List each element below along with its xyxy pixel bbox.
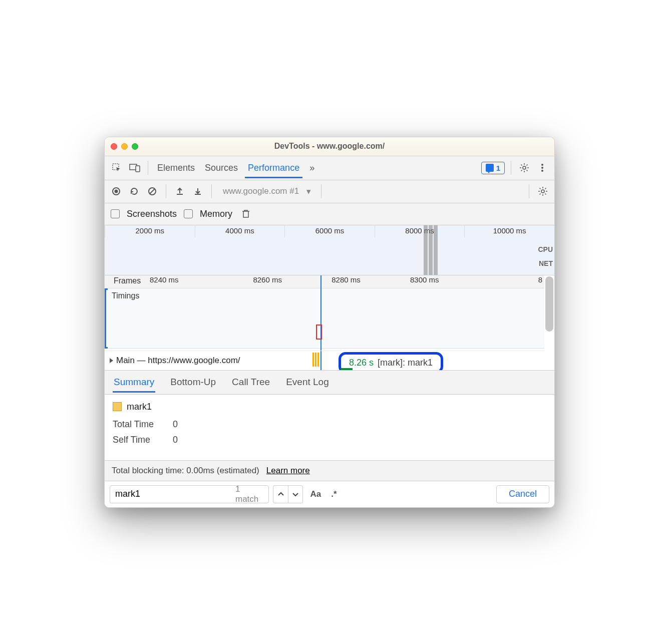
separator [166,184,166,198]
tick: 10000 ms [464,225,554,237]
timing-marker[interactable] [316,325,322,340]
memory-label: Memory [200,209,232,219]
mark-label: [mark]: mark1 [378,358,433,368]
self-time-value: 0 [173,435,178,445]
screenshots-label: Screenshots [127,209,177,219]
trash-icon[interactable] [239,207,252,220]
self-time-label: Self Time [113,435,163,445]
total-time-row: Total Time 0 [113,419,546,430]
console-badge[interactable]: 1 [481,162,505,174]
search-nav [273,485,303,503]
window-title: DevTools - www.google.com/ [111,142,548,151]
maximize-window-button[interactable] [132,143,138,150]
event-swatch [113,402,122,411]
window-controls [111,143,138,150]
case-sensitive-toggle[interactable]: Aa [307,489,324,499]
cpu-label: CPU [538,242,553,256]
close-window-button[interactable] [111,143,117,150]
tick: 8000 ms [375,225,465,237]
timings-lane[interactable]: Timings [105,288,544,349]
tick: 2000 ms [105,225,195,237]
upload-icon[interactable] [173,185,186,198]
regex-toggle[interactable]: .* [328,489,340,499]
tab-performance[interactable]: Performance [245,158,302,178]
tab-call-tree[interactable]: Call Tree [231,372,271,393]
dtick: 8 [464,275,544,288]
record-icon[interactable] [110,185,123,198]
search-input[interactable] [115,489,231,499]
badge-count: 1 [496,164,500,172]
search-box: 1 match [110,485,269,503]
reload-icon[interactable] [128,185,141,198]
clear-icon[interactable] [146,185,159,198]
memory-checkbox[interactable] [184,209,193,218]
capture-settings-gear-icon[interactable] [536,185,549,198]
search-bar: 1 match Aa .* Cancel [105,481,554,507]
frames-label: Frames [114,276,141,285]
search-next-button[interactable] [288,485,303,503]
learn-more-link[interactable]: Learn more [266,466,310,476]
svg-point-3 [523,166,526,169]
flame-panel[interactable]: ns Frames 8240 ms 8260 ms 8280 ms 8300 m… [105,275,554,371]
scrollbar-thumb[interactable] [545,276,553,332]
gear-icon[interactable] [517,161,531,175]
screenshots-checkbox[interactable] [111,209,120,218]
dtick: 8260 ms [228,275,307,288]
device-toggle-icon[interactable] [128,161,142,175]
inspect-icon[interactable] [110,161,124,175]
net-label: NET [538,256,553,270]
download-icon[interactable] [191,185,204,198]
summary-panel: mark1 Total Time 0 Self Time 0 [105,395,554,460]
search-prev-button[interactable] [273,485,288,503]
minimize-window-button[interactable] [121,143,128,150]
event-name: mark1 [127,402,152,412]
tab-more[interactable]: » [306,158,317,178]
blocking-time-text: Total blocking time: 0.00ms (estimated) [112,466,259,476]
performance-toolbar: www.google.com #1 [105,180,554,203]
chat-icon [486,164,494,172]
mark-time: 8.26 s [349,358,374,368]
main-tabbar: Elements Sources Performance » 1 [105,156,554,180]
task-bars [312,353,319,367]
kebab-icon[interactable] [535,161,549,175]
selection-guide [105,288,108,349]
total-time-label: Total Time [113,419,163,430]
svg-point-11 [541,190,544,193]
overview-right-labels: CPU NET [538,242,553,270]
cancel-button[interactable]: Cancel [496,485,549,503]
svg-point-8 [115,190,118,193]
svg-point-5 [541,167,543,169]
separator [148,161,148,175]
details-tabbar: Summary Bottom-Up Call Tree Event Log [105,371,554,395]
search-match-count: 1 match [235,484,263,504]
overview-ruler: 2000 ms 4000 ms 6000 ms 8000 ms 10000 ms [105,225,554,237]
main-thread-label: Main — https://www.google.com/ [116,356,240,366]
dtick: 8280 ms [307,275,386,288]
tab-bottom-up[interactable]: Bottom-Up [169,372,217,393]
tab-summary[interactable]: Summary [113,372,155,393]
tab-sources[interactable]: Sources [202,158,241,178]
total-time-value: 0 [173,419,178,430]
tab-event-log[interactable]: Event Log [285,372,330,393]
overview-panel[interactable]: 2000 ms 4000 ms 6000 ms 8000 ms 10000 ms… [105,225,554,275]
blocking-time-footer: Total blocking time: 0.00ms (estimated) … [105,460,554,481]
green-segment [341,368,353,371]
expand-triangle-icon[interactable] [110,358,113,363]
overview-scrubber[interactable] [429,225,433,275]
titlebar: DevTools - www.google.com/ [105,137,554,156]
devtools-window: DevTools - www.google.com/ Elements Sour… [104,137,555,508]
separator [321,184,321,198]
dtick: 8300 ms [385,275,464,288]
event-name-row: mark1 [113,402,546,412]
separator [211,184,212,198]
separator [529,184,529,198]
svg-rect-2 [136,166,140,172]
tick: 4000 ms [195,225,285,237]
svg-line-10 [150,189,155,194]
tick: 6000 ms [284,225,375,237]
tab-elements[interactable]: Elements [154,158,198,178]
capture-options: Screenshots Memory [105,203,554,225]
main-thread-row[interactable]: Main — https://www.google.com/ [105,351,544,371]
svg-point-4 [541,164,543,166]
recording-selector[interactable]: www.google.com #1 [219,184,314,198]
